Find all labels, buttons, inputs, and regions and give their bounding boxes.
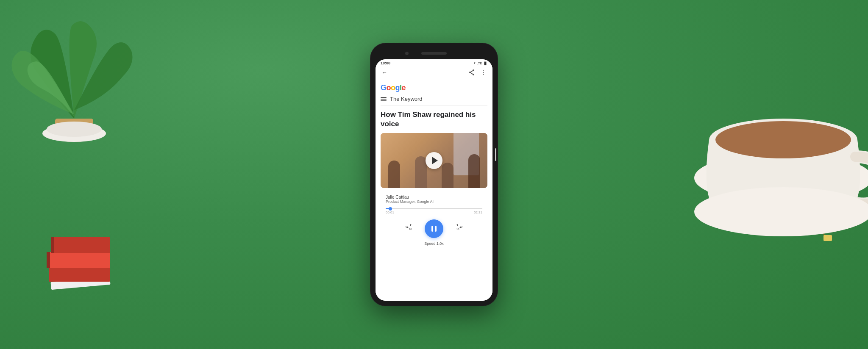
svg-rect-14	[823, 235, 832, 241]
svg-point-15	[694, 187, 868, 236]
person-silhouette-3	[442, 163, 453, 188]
back-button[interactable]: ←	[381, 69, 388, 76]
logo-o1: o	[387, 83, 391, 92]
speaker-grill	[421, 52, 447, 55]
play-button[interactable]	[426, 152, 442, 169]
article-content[interactable]: Google The Keyword How Tim Shaw regained…	[376, 79, 492, 301]
signal-icon: LTE	[477, 62, 482, 65]
status-icons: ▾ LTE ▐▌	[474, 61, 487, 65]
time-labels: 00:01 02:31	[386, 211, 482, 214]
article-title: How Tim Shaw regained his voice	[381, 110, 487, 129]
author-name: Julie Cattiau	[386, 195, 482, 199]
section-title: The Keyword	[390, 96, 423, 102]
progress-bar[interactable]	[386, 208, 482, 209]
more-button[interactable]: ⋮	[480, 69, 487, 76]
plant-decoration	[0, 0, 148, 169]
svg-marker-21	[407, 226, 409, 228]
logo-g2: g	[395, 83, 400, 92]
person-silhouette-1	[388, 161, 400, 188]
svg-text:10: 10	[409, 228, 412, 230]
svg-rect-6	[47, 252, 110, 268]
video-thumbnail[interactable]	[381, 133, 487, 188]
svg-point-3	[47, 122, 102, 137]
svg-line-20	[470, 72, 473, 75]
person-silhouette-4	[468, 154, 480, 188]
svg-rect-9	[51, 237, 54, 253]
camera-icon	[405, 52, 409, 55]
forward-icon: 10	[453, 224, 462, 233]
svg-text:10: 10	[456, 228, 459, 230]
author-info: Julie Cattiau Product Manager, Google AI	[381, 192, 487, 206]
speed-label[interactable]: Speed 1.0x	[381, 241, 487, 248]
phone-body: 10:00 ▾ LTE ▐▌ ←	[370, 43, 498, 306]
phone-device: 10:00 ▾ LTE ▐▌ ←	[370, 43, 498, 306]
progress-dot	[389, 207, 392, 211]
person-silhouette-2	[415, 156, 427, 188]
rewind-icon: 10	[406, 224, 415, 233]
pause-icon	[431, 226, 437, 232]
book-decoration	[42, 203, 127, 324]
wifi-icon: ▾	[474, 61, 476, 65]
google-logo: Google	[381, 83, 487, 92]
svg-marker-23	[459, 226, 461, 228]
logo-g: G	[381, 83, 387, 92]
share-button[interactable]	[468, 69, 476, 76]
svg-point-12	[715, 121, 851, 158]
forward-button[interactable]: 10	[452, 223, 464, 235]
svg-rect-7	[51, 237, 110, 253]
phone-top-bar	[376, 48, 492, 58]
menu-icon[interactable]	[381, 97, 387, 101]
status-bar: 10:00 ▾ LTE ▐▌	[376, 59, 492, 66]
svg-rect-8	[47, 252, 50, 268]
nav-action-icons: ⋮	[468, 69, 487, 76]
play-icon	[432, 157, 438, 164]
progress-section[interactable]: 00:01 02:31	[381, 206, 487, 216]
battery-icon: ▐▌	[483, 62, 487, 65]
svg-line-19	[470, 70, 473, 72]
pause-button[interactable]	[425, 219, 443, 238]
share-icon	[468, 69, 475, 76]
top-navigation: ← ⋮	[376, 66, 492, 79]
logo-e: e	[402, 83, 406, 92]
rewind-button[interactable]: 10	[404, 223, 416, 235]
total-time: 02:31	[474, 211, 482, 214]
tea-cup-decoration	[648, 0, 868, 349]
player-controls: 10 10	[381, 216, 487, 241]
author-role: Product Manager, Google AI	[386, 199, 482, 204]
section-header: The Keyword	[381, 96, 487, 106]
status-time: 10:00	[381, 61, 390, 65]
svg-rect-5	[49, 267, 110, 282]
logo-o2: o	[391, 83, 395, 92]
phone-screen: 10:00 ▾ LTE ▐▌ ←	[376, 59, 492, 301]
current-time: 00:01	[386, 211, 394, 214]
